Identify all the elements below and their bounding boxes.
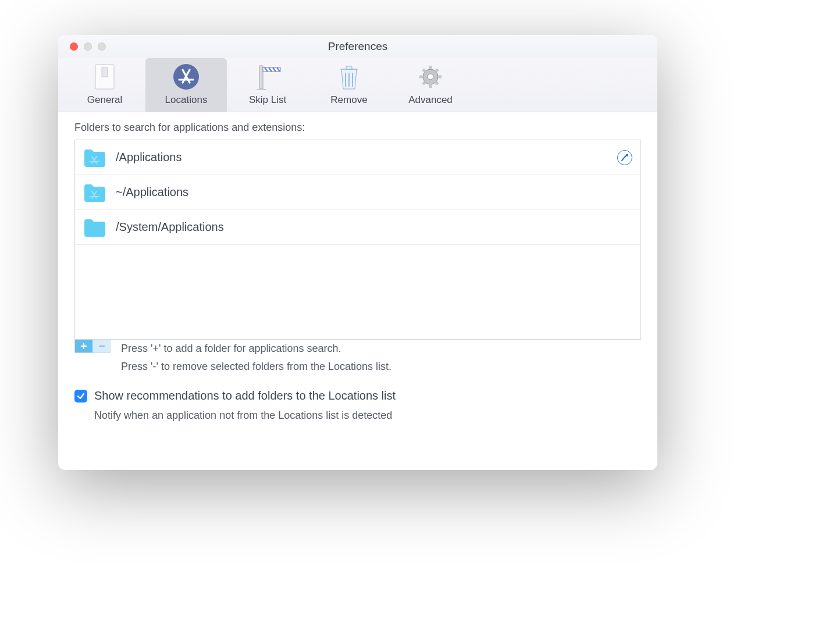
- preferences-window: Preferences General: [58, 35, 657, 470]
- tab-general[interactable]: General: [64, 58, 145, 112]
- preferences-toolbar: General Locations: [58, 58, 657, 112]
- tab-skip-list[interactable]: Skip List: [227, 58, 308, 112]
- tab-locations[interactable]: Locations: [145, 58, 227, 112]
- checkbox-label: Show recommendations to add folders to t…: [94, 389, 396, 403]
- add-remove-group: [74, 340, 111, 353]
- hint-remove: Press '-' to remove selected folders fro…: [121, 358, 391, 376]
- checkbox-sublabel: Notify when an application not from the …: [94, 409, 641, 422]
- tab-label: Advanced: [390, 94, 471, 106]
- svg-rect-3: [259, 66, 263, 89]
- folder-path: /Applications: [116, 151, 181, 164]
- section-label: Folders to search for applications and e…: [74, 122, 641, 134]
- tab-label: Remove: [308, 94, 390, 106]
- zoom-window-button[interactable]: [98, 42, 106, 51]
- add-folder-button[interactable]: [75, 340, 92, 352]
- tab-label: General: [64, 94, 145, 106]
- tab-label: Locations: [145, 94, 227, 106]
- close-window-button[interactable]: [70, 42, 78, 51]
- remove-folder-button[interactable]: [92, 340, 110, 352]
- app-store-icon: [172, 63, 200, 91]
- show-recommendations-checkbox[interactable]: [74, 390, 87, 403]
- switch-icon: [91, 63, 119, 91]
- window-controls: [58, 42, 106, 51]
- folder-apps-icon: [83, 183, 105, 202]
- locations-list[interactable]: /Applications ~/Applications: [74, 140, 641, 340]
- folder-icon: [83, 218, 105, 237]
- folder-path: ~/Applications: [116, 186, 188, 199]
- titlebar: Preferences: [58, 35, 657, 58]
- svg-point-7: [428, 74, 433, 80]
- tab-label: Skip List: [227, 94, 308, 106]
- locations-pane: Folders to search for applications and e…: [58, 112, 657, 470]
- tab-advanced[interactable]: Advanced: [390, 58, 471, 112]
- minimize-window-button[interactable]: [84, 42, 92, 51]
- trash-icon: [335, 63, 363, 91]
- svg-rect-1: [102, 67, 108, 77]
- gear-icon: [417, 63, 444, 91]
- barrier-icon: [254, 63, 282, 91]
- svg-rect-5: [257, 89, 266, 90]
- hint-text: Press '+' to add a folder for applicatio…: [121, 340, 391, 375]
- list-item[interactable]: /Applications: [75, 140, 640, 175]
- window-title: Preferences: [58, 40, 657, 53]
- hint-add: Press '+' to add a folder for applicatio…: [121, 340, 391, 358]
- folder-apps-icon: [83, 148, 105, 167]
- list-item[interactable]: ~/Applications: [75, 175, 640, 210]
- reveal-in-finder-button[interactable]: [617, 150, 632, 165]
- folder-path: /System/Applications: [116, 220, 224, 234]
- list-item[interactable]: /System/Applications: [75, 210, 640, 245]
- tab-remove[interactable]: Remove: [308, 58, 390, 112]
